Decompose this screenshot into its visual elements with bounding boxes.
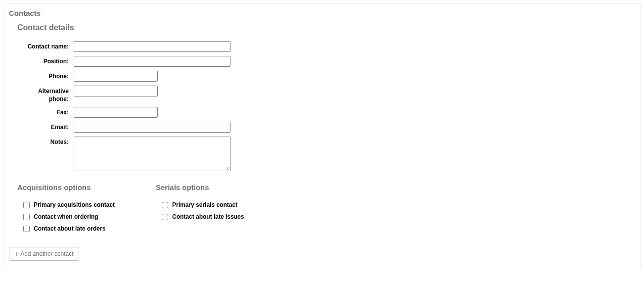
plus-icon: + [14, 250, 18, 257]
contact-details-heading: Contact details [17, 23, 635, 32]
contact-name-label: Contact name: [25, 41, 74, 51]
fax-input[interactable] [74, 107, 158, 118]
primary-acquisitions-checkbox[interactable] [23, 202, 30, 208]
contact-when-ordering-checkbox[interactable] [23, 214, 30, 220]
acquisitions-options-heading: Acquisitions options [17, 183, 126, 191]
notes-textarea[interactable] [74, 137, 230, 171]
alt-phone-input[interactable] [74, 86, 158, 96]
contact-late-issues-label[interactable]: Contact about late issues [172, 213, 244, 220]
contact-details-form: Contact name: Position: Phone: Alternati… [17, 41, 635, 171]
fax-label: Fax: [25, 107, 74, 117]
contact-late-orders-checkbox[interactable] [23, 226, 30, 232]
add-another-contact-button[interactable]: + Add another contact [9, 247, 79, 261]
contact-late-issues-checkbox[interactable] [162, 214, 168, 220]
phone-label: Phone: [25, 71, 74, 81]
contacts-panel: Contacts Contact details Contact name: P… [3, 3, 641, 268]
alt-phone-label: Alternative phone: [25, 86, 74, 103]
serials-options-heading: Serials options [156, 183, 265, 191]
primary-serials-label[interactable]: Primary serials contact [172, 201, 237, 208]
notes-label: Notes: [25, 137, 74, 146]
contact-when-ordering-label[interactable]: Contact when ordering [34, 213, 98, 220]
position-label: Position: [25, 56, 74, 66]
email-label: Email: [25, 122, 74, 132]
add-another-contact-label: Add another contact [20, 250, 73, 257]
contact-name-input[interactable] [74, 41, 230, 52]
position-input[interactable] [74, 56, 230, 67]
phone-input[interactable] [74, 71, 158, 82]
primary-serials-checkbox[interactable] [162, 202, 168, 208]
primary-acquisitions-label[interactable]: Primary acquisitions contact [34, 201, 115, 208]
contact-late-orders-label[interactable]: Contact about late orders [34, 225, 105, 232]
serials-options-block: Serials options Primary serials contact … [156, 183, 265, 232]
contacts-heading: Contacts [9, 9, 635, 17]
email-input[interactable] [74, 122, 230, 133]
acquisitions-options-block: Acquisitions options Primary acquisition… [17, 183, 126, 232]
